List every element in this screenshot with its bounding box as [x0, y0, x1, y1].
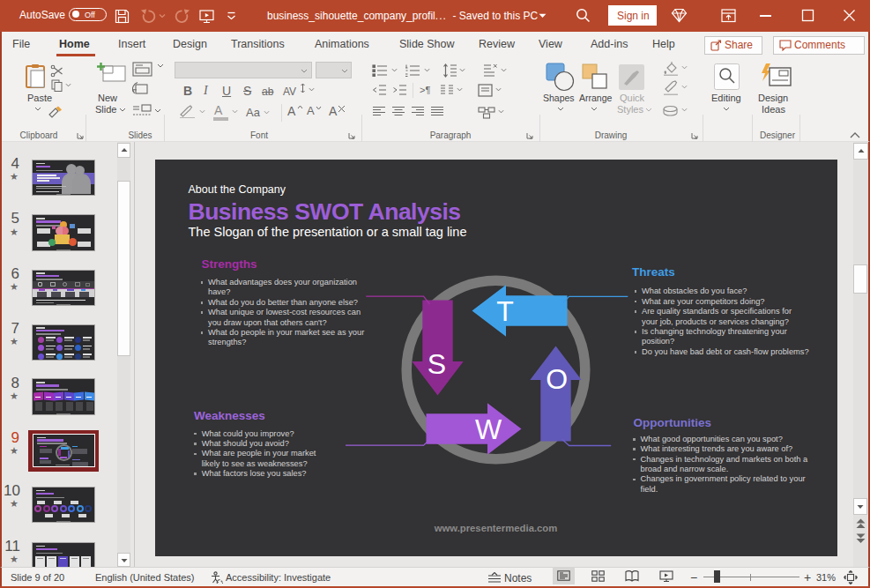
- svg-text:S: S: [427, 348, 445, 380]
- svg-text:W: W: [474, 413, 502, 445]
- svg-text:T: T: [496, 295, 514, 327]
- svg-text:O: O: [546, 363, 568, 395]
